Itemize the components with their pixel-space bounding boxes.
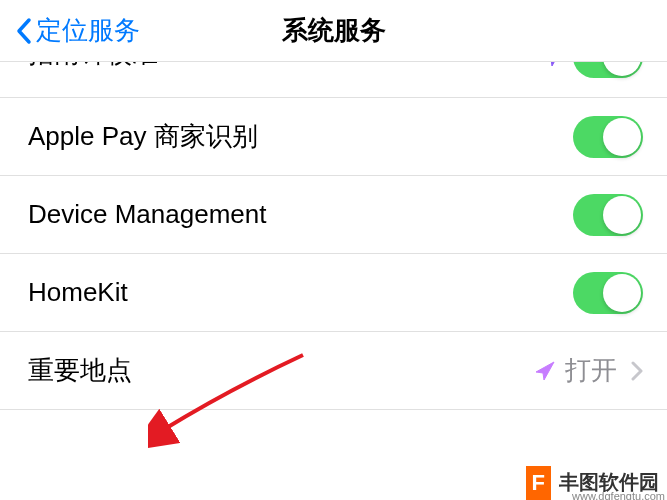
list-item-significant-locations[interactable]: 重要地点 打开 [0, 332, 667, 410]
toggle-knob [603, 118, 641, 156]
list-item-homekit[interactable]: HomeKit [0, 254, 667, 332]
back-button[interactable]: 定位服务 [0, 13, 140, 48]
toggle-switch[interactable] [573, 62, 643, 78]
toggle-knob [603, 274, 641, 312]
item-right [573, 116, 643, 158]
page-title: 系统服务 [282, 13, 386, 48]
toggle-knob [603, 196, 641, 234]
item-label: HomeKit [28, 277, 128, 308]
list-item-apple-pay[interactable]: Apple Pay 商家识别 [0, 98, 667, 176]
toggle-switch[interactable] [573, 272, 643, 314]
back-label: 定位服务 [36, 13, 140, 48]
nav-header: 定位服务 系统服务 [0, 0, 667, 62]
item-right [573, 272, 643, 314]
chevron-left-icon [16, 17, 32, 45]
item-label: 重要地点 [28, 353, 132, 388]
item-label: Device Management [28, 199, 266, 230]
item-right [573, 194, 643, 236]
toggle-switch[interactable] [573, 194, 643, 236]
toggle-knob [603, 62, 641, 76]
chevron-right-icon [631, 361, 643, 381]
list-item-device-management[interactable]: Device Management [0, 176, 667, 254]
item-label: Apple Pay 商家识别 [28, 119, 258, 154]
item-right [541, 62, 643, 78]
status-text: 打开 [565, 353, 617, 388]
list-item-compass[interactable]: 指南针校准 [0, 62, 667, 98]
location-arrow-icon [541, 62, 565, 69]
item-label: 指南针校准 [28, 62, 158, 71]
item-right: 打开 [533, 353, 643, 388]
watermark-logo: F [526, 466, 551, 500]
settings-list: 指南针校准 Apple Pay 商家识别 Device Management [0, 62, 667, 410]
location-arrow-icon [533, 359, 557, 383]
watermark-url: www.dgfengtu.com [572, 490, 665, 500]
toggle-switch[interactable] [573, 116, 643, 158]
